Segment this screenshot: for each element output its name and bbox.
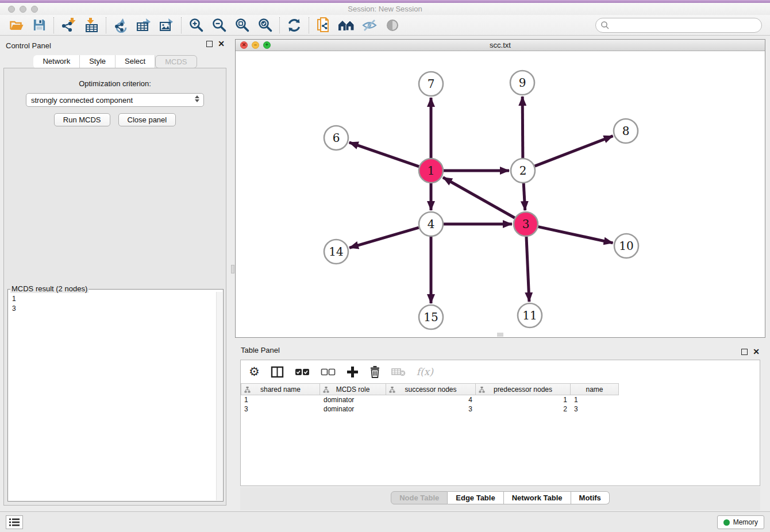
column-label: successor nodes xyxy=(405,385,456,394)
column-header-shared-name[interactable]: shared name xyxy=(241,383,320,395)
tab-edge-table[interactable]: Edge Table xyxy=(448,491,503,504)
column-header-name[interactable]: name xyxy=(571,383,619,395)
table-cell[interactable]: 3 xyxy=(241,404,320,414)
graph-node-label: 9 xyxy=(519,76,526,90)
close-panel-button[interactable]: Close panel xyxy=(118,113,176,126)
graph-node-label: 6 xyxy=(333,131,340,145)
dropdown-value: strongly connected component xyxy=(31,96,133,105)
hierarchy-icon xyxy=(244,387,251,393)
memory-button[interactable]: Memory xyxy=(717,515,764,529)
open-session-button[interactable] xyxy=(5,16,28,34)
settings-gear-icon[interactable]: ⚙ xyxy=(249,366,260,378)
export-image-button[interactable] xyxy=(155,16,178,34)
deselect-all-checkboxes-icon[interactable] xyxy=(321,368,336,376)
result-scrollbar[interactable] xyxy=(216,292,222,500)
float-panel-icon[interactable] xyxy=(206,41,213,47)
network-window-title: scc.txt xyxy=(236,40,765,51)
table-cell[interactable]: dominator xyxy=(320,404,386,414)
network-graph: 7968124314101511 xyxy=(236,51,765,337)
optimization-label: Optimization criterion: xyxy=(4,79,226,88)
panel-splitter[interactable] xyxy=(230,36,235,511)
table-cell[interactable]: 1 xyxy=(571,395,619,404)
table-cell[interactable]: 1 xyxy=(476,395,571,404)
column-header-predecessor-nodes[interactable]: predecessor nodes xyxy=(476,383,571,395)
network-maximize-button[interactable]: + xyxy=(263,41,271,49)
close-table-panel-icon[interactable]: ✕ xyxy=(753,349,760,355)
zoom-window-button[interactable] xyxy=(31,6,38,13)
graph-edge-4-14[interactable] xyxy=(349,228,419,248)
delete-row-trash-icon[interactable] xyxy=(369,365,380,378)
export-table-button[interactable] xyxy=(132,16,155,34)
import-network-icon xyxy=(61,17,76,33)
close-window-button[interactable] xyxy=(8,6,15,13)
column-header-MCDS-role[interactable]: MCDS role xyxy=(320,383,386,395)
splitter-grip[interactable] xyxy=(231,265,234,273)
graph-edge-2-3[interactable] xyxy=(523,183,525,210)
houses-button[interactable] xyxy=(335,16,358,34)
refresh-button[interactable] xyxy=(283,16,306,34)
column-label: shared name xyxy=(260,385,301,394)
table-cell[interactable]: 3 xyxy=(386,404,476,414)
open-folder-icon xyxy=(9,18,24,33)
zoom-in-button[interactable] xyxy=(184,16,207,34)
graph-edge-2-8[interactable] xyxy=(535,136,613,166)
tab-style[interactable]: Style xyxy=(80,55,116,68)
search-icon xyxy=(600,21,610,30)
tab-network[interactable]: Network xyxy=(33,55,80,68)
tab-select[interactable]: Select xyxy=(116,55,155,68)
graph-node-label: 8 xyxy=(622,124,630,138)
toolbar-separator xyxy=(181,17,182,33)
zoom-out-button[interactable] xyxy=(207,16,230,34)
column-header-successor-nodes[interactable]: successor nodes xyxy=(386,383,476,395)
export-network-icon xyxy=(113,17,129,33)
select-all-checkboxes-icon[interactable] xyxy=(295,368,310,376)
float-table-panel-icon[interactable] xyxy=(741,349,748,355)
search-input[interactable] xyxy=(610,21,761,30)
save-session-button[interactable] xyxy=(28,16,51,34)
network-minimize-button[interactable]: − xyxy=(252,41,259,49)
column-layout-icon[interactable] xyxy=(271,366,284,378)
graph-edge-2-9[interactable] xyxy=(522,97,523,158)
task-history-button[interactable] xyxy=(6,515,23,529)
status-bar: Memory xyxy=(0,511,770,532)
table-row[interactable]: 1dominator411 xyxy=(241,395,760,404)
table-cell[interactable]: dominator xyxy=(320,395,386,404)
clone-network-icon xyxy=(316,17,332,33)
table-header-row: shared nameMCDS rolesuccessor nodesprede… xyxy=(241,383,760,395)
zoom-selected-button[interactable] xyxy=(253,16,276,34)
table-row[interactable]: 3dominator323 xyxy=(241,404,760,414)
graph-edge-3-1[interactable] xyxy=(443,178,515,218)
close-panel-icon[interactable]: ✕ xyxy=(218,41,225,47)
import-table-button[interactable] xyxy=(80,16,103,34)
canvas-grip[interactable] xyxy=(497,333,503,337)
tab-motifs[interactable]: Motifs xyxy=(571,491,610,504)
export-network-button[interactable] xyxy=(109,16,132,34)
add-row-icon[interactable] xyxy=(346,366,359,378)
table-cell[interactable]: 4 xyxy=(386,395,476,404)
eye-button[interactable] xyxy=(381,16,404,34)
search-box[interactable] xyxy=(595,18,762,33)
window-controls[interactable] xyxy=(8,6,38,13)
tab-node-table[interactable]: Node Table xyxy=(391,491,448,504)
toolbar-separator xyxy=(279,17,280,33)
tab-network-table[interactable]: Network Table xyxy=(504,491,571,504)
graph-edge-3-10[interactable] xyxy=(538,227,613,243)
optimization-dropdown[interactable]: strongly connected component xyxy=(26,93,204,107)
minimize-window-button[interactable] xyxy=(20,6,26,13)
graph-edge-1-6[interactable] xyxy=(349,142,419,167)
clone-network-button[interactable] xyxy=(312,16,335,34)
hide-details-button[interactable] xyxy=(358,16,381,34)
run-mcds-button[interactable]: Run MCDS xyxy=(54,113,110,126)
table-cell[interactable]: 3 xyxy=(571,404,619,414)
graph-edge-3-11[interactable] xyxy=(526,237,529,302)
network-canvas[interactable]: 7968124314101511 xyxy=(236,51,765,337)
zoom-fit-button[interactable] xyxy=(230,16,253,34)
graph-node-label: 7 xyxy=(428,77,435,91)
tab-mcds[interactable]: MCDS xyxy=(155,55,197,68)
save-floppy-icon xyxy=(32,18,47,32)
table-cell[interactable]: 2 xyxy=(476,404,571,414)
import-network-button[interactable] xyxy=(57,16,80,34)
table-cell[interactable]: 1 xyxy=(241,395,320,404)
network-window-titlebar[interactable]: ✕ − + scc.txt xyxy=(236,40,765,51)
network-close-button[interactable]: ✕ xyxy=(240,41,248,49)
